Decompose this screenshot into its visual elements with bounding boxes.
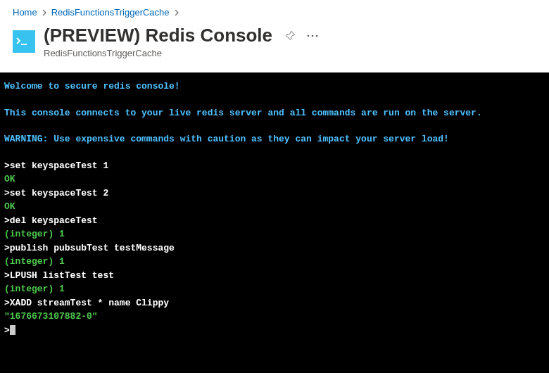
- pin-icon[interactable]: [285, 30, 296, 41]
- title-row: (PREVIEW) Redis Console: [13, 25, 536, 58]
- console-command: >set keyspaceTest 1: [4, 159, 545, 173]
- title-block: (PREVIEW) Redis Console: [44, 25, 318, 58]
- console-result: (integer) 1: [4, 282, 545, 296]
- header-area: Home RedisFunctionsTriggerCache (PREVIEW…: [0, 0, 549, 72]
- breadcrumb: Home RedisFunctionsTriggerCache: [13, 7, 536, 18]
- svg-point-3: [316, 34, 318, 37]
- chevron-right-icon: [174, 10, 179, 15]
- redis-console-terminal[interactable]: Welcome to secure redis console! This co…: [0, 72, 549, 373]
- console-banner-info: This console connects to your live redis…: [4, 106, 545, 120]
- console-command: >set keyspaceTest 2: [4, 186, 545, 201]
- console-result: (integer) 1: [4, 255, 545, 269]
- breadcrumb-resource[interactable]: RedisFunctionsTriggerCache: [51, 7, 170, 18]
- terminal-icon: [13, 30, 35, 53]
- page-title: (PREVIEW) Redis Console: [44, 25, 318, 46]
- console-command: >LPUSH listTest test: [4, 269, 545, 283]
- svg-point-1: [308, 34, 310, 37]
- more-icon[interactable]: [307, 34, 318, 37]
- console-banner-welcome: Welcome to secure redis console!: [4, 80, 545, 94]
- console-banner-warning: WARNING: Use expensive commands with cau…: [4, 132, 545, 146]
- console-result: OK: [4, 172, 545, 186]
- page-subtitle: RedisFunctionsTriggerCache: [44, 48, 318, 58]
- console-command: >publish pubsubTest testMessage: [4, 241, 545, 255]
- console-prompt[interactable]: >: [4, 324, 545, 338]
- chevron-right-icon: [42, 10, 47, 15]
- console-command: >XADD streamTest * name Clippy: [4, 296, 545, 310]
- console-result: "1676673107882-0": [4, 310, 545, 324]
- breadcrumb-home[interactable]: Home: [13, 7, 37, 18]
- cursor-icon: [10, 325, 15, 335]
- console-result: (integer) 1: [4, 227, 545, 241]
- console-result: OK: [4, 200, 545, 214]
- console-command: >del keyspaceTest: [4, 214, 545, 228]
- svg-point-2: [312, 34, 314, 37]
- page-title-text: (PREVIEW) Redis Console: [44, 25, 272, 46]
- console-output: >set keyspaceTest 1OK>set keyspaceTest 2…: [4, 159, 545, 324]
